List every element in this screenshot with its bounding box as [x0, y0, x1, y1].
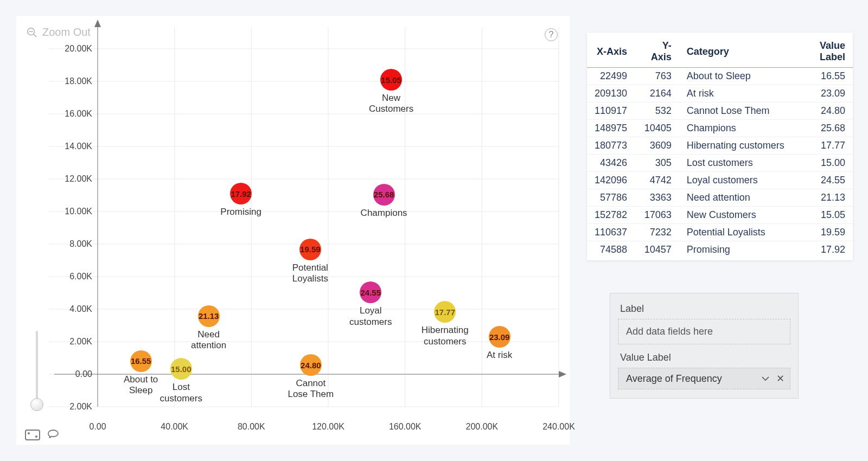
chevron-down-icon[interactable] — [761, 374, 770, 383]
bubble-lost-customers[interactable]: 15.00 — [170, 358, 192, 380]
cell-value-label: 24.80 — [792, 103, 853, 120]
bubble-loyal-customers[interactable]: 24.55 — [360, 281, 381, 303]
cell-y: 4742 — [635, 172, 679, 189]
cell-category: Need attention — [679, 189, 792, 207]
cell-y: 7232 — [635, 224, 679, 241]
y-tick: 18.00K — [65, 76, 92, 86]
y-tick: 12.00K — [65, 174, 92, 184]
y-tick: 0.00 — [75, 369, 92, 379]
table-row[interactable]: 14897510405Champions25.68 — [587, 120, 853, 137]
table-row[interactable]: 22499763About to Sleep16.55 — [587, 68, 853, 85]
bubble-label: Lostcustomers — [143, 382, 219, 404]
x-tick: 0.00 — [89, 422, 106, 432]
cell-category: New Customers — [679, 207, 792, 224]
cell-value-label: 15.00 — [792, 155, 853, 172]
cell-value-label: 24.55 — [792, 172, 853, 189]
bubble-label: Champions — [346, 208, 422, 219]
cell-category: Cannot Lose Them — [679, 103, 792, 120]
cell-category: Promising — [679, 241, 792, 259]
y-tick: 2.00K — [69, 402, 92, 412]
data-table: X-Axis Y-Axis Category Value Label 22499… — [587, 33, 853, 260]
col-y[interactable]: Y-Axis — [635, 37, 679, 68]
table-row[interactable]: 2091302164At risk23.09 — [587, 85, 853, 103]
y-tick: 2.00K — [69, 337, 92, 347]
cell-x: 110917 — [587, 103, 635, 120]
lasso-select-icon[interactable] — [47, 428, 60, 441]
zoom-slider-thumb[interactable] — [30, 398, 43, 411]
label-field-dropzone[interactable]: Add data fields here — [618, 319, 790, 344]
bubble-label: Needattention — [171, 329, 247, 351]
bubble-label: Hibernatingcustomers — [407, 325, 483, 347]
cell-value-label: 17.77 — [792, 137, 853, 155]
bubble-label: Promising — [203, 207, 279, 217]
col-vl[interactable]: Value Label — [792, 37, 853, 68]
remove-field-icon[interactable]: ✕ — [776, 373, 784, 385]
x-tick: 120.00K — [312, 422, 344, 432]
cell-value-label: 19.59 — [792, 224, 853, 241]
table-row[interactable]: 43426305Lost customers15.00 — [587, 155, 853, 172]
cell-y: 10457 — [635, 241, 679, 259]
cell-category: Champions — [679, 120, 792, 137]
table-row[interactable]: 15278217063New Customers15.05 — [587, 207, 853, 224]
x-tick: 240.00K — [542, 422, 575, 432]
cell-value-label: 21.13 — [792, 189, 853, 207]
table-row[interactable]: 577863363Need attention21.13 — [587, 189, 853, 207]
cell-category: Loyal customers — [679, 172, 792, 189]
bubble-label: CannotLose Them — [273, 378, 349, 400]
cell-x: 148975 — [587, 120, 635, 137]
cell-value-label: 25.68 — [792, 120, 853, 137]
x-tick: 80.00K — [238, 422, 265, 432]
cell-x: 110637 — [587, 224, 635, 241]
x-tick: 200.00K — [465, 422, 498, 432]
cell-x: 22499 — [587, 68, 635, 85]
table-row[interactable]: 110917532Cannot Lose Them24.80 — [587, 103, 853, 120]
table-row[interactable]: 1807733609Hibernating customers17.77 — [587, 137, 853, 155]
bubble-at-risk[interactable]: 23.09 — [489, 326, 510, 348]
cell-value-label: 15.05 — [792, 207, 853, 224]
bubble-label: At risk — [462, 350, 538, 361]
y-tick: 14.00K — [65, 142, 92, 151]
cell-x: 180773 — [587, 137, 635, 155]
bubble-promising[interactable]: 17.92 — [230, 183, 252, 204]
bubble-champions[interactable]: 25.68 — [373, 184, 395, 206]
y-tick: 4.00K — [69, 304, 92, 314]
rectangle-select-icon[interactable] — [25, 430, 40, 440]
cell-y: 532 — [635, 103, 679, 120]
bubble-need-attention[interactable]: 21.13 — [198, 305, 220, 327]
value-label-field-caption: Value Label — [620, 352, 788, 363]
cell-y: 3609 — [635, 137, 679, 155]
svg-marker-25 — [559, 371, 566, 377]
cell-value-label: 23.09 — [792, 85, 853, 103]
cell-value-label: 17.92 — [792, 241, 853, 259]
cell-y: 763 — [635, 68, 679, 85]
y-tick: 16.00K — [65, 109, 92, 119]
table-row[interactable]: 1106377232Potential Loyalists19.59 — [587, 224, 853, 241]
value-label-field-text: Average of Frequency — [626, 373, 722, 385]
col-cat[interactable]: Category — [679, 37, 792, 68]
value-label-field-pill[interactable]: Average of Frequency ✕ — [618, 368, 790, 389]
bubble-potential-loyalists[interactable]: 19.59 — [299, 239, 321, 260]
cell-category: Hibernating customers — [679, 137, 792, 155]
chart-panel: Zoom Out ? — [16, 16, 570, 445]
cell-y: 10405 — [635, 120, 679, 137]
bubble-hibernating-customers[interactable]: 17.77 — [434, 301, 456, 323]
bubble-new-customers[interactable]: 15.05 — [380, 69, 402, 91]
col-x[interactable]: X-Axis — [587, 37, 635, 68]
table-row[interactable]: 7458810457Promising17.92 — [587, 241, 853, 259]
bubble-about-to-sleep[interactable]: 16.55 — [130, 350, 152, 372]
cell-category: At risk — [679, 85, 792, 103]
cell-y: 3363 — [635, 189, 679, 207]
cell-x: 142096 — [587, 172, 635, 189]
bubble-cannot-lose-them[interactable]: 24.80 — [300, 354, 322, 376]
bubble-label: PotentialLoyalists — [272, 262, 348, 285]
cell-category: Lost customers — [679, 155, 792, 172]
cell-y: 17063 — [635, 207, 679, 224]
cell-x: 74588 — [587, 241, 635, 259]
fields-panel: Label Add data fields here Value Label A… — [610, 293, 799, 399]
bubble-label: Loyalcustomers — [333, 305, 409, 328]
table-row[interactable]: 1420964742Loyal customers24.55 — [587, 172, 853, 189]
x-tick: 40.00K — [161, 422, 188, 432]
cell-category: Potential Loyalists — [679, 224, 792, 241]
y-tick: 6.00K — [69, 272, 92, 281]
cell-value-label: 16.55 — [792, 68, 853, 85]
